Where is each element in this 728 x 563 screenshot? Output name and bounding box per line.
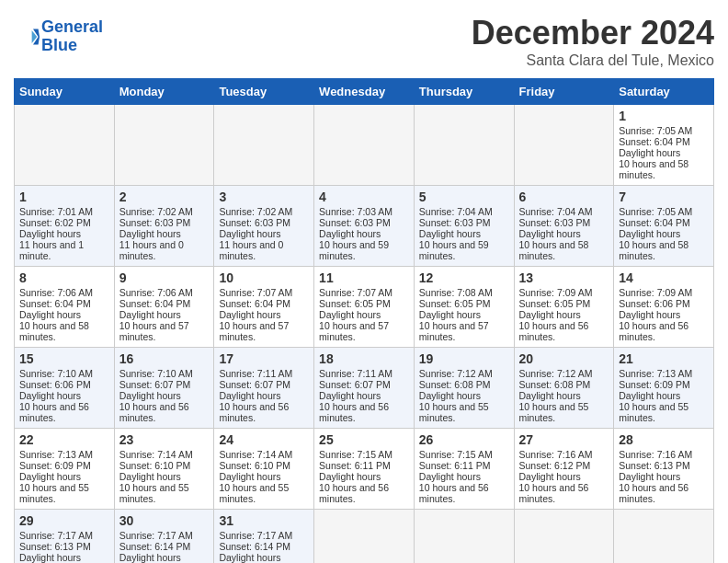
daylight-label: Daylight hours10 hours and 57 minutes. — [119, 309, 189, 342]
sunset-label: Sunset: 6:14 PM — [119, 541, 191, 552]
day-cell: 29 Sunrise: 7:17 AM Sunset: 6:13 PM Dayl… — [15, 510, 115, 564]
sunset-label: Sunset: 6:10 PM — [219, 460, 290, 471]
day-number: 15 — [19, 351, 109, 366]
day-cell: 5 Sunrise: 7:04 AM Sunset: 6:03 PM Dayli… — [414, 186, 514, 267]
daylight-label: Daylight hours10 hours and 56 minutes. — [319, 390, 389, 423]
sunrise-label: Sunrise: 7:10 AM — [19, 368, 93, 379]
day-cell: 7 Sunrise: 7:05 AM Sunset: 6:04 PM Dayli… — [614, 186, 714, 267]
sunrise-label: Sunrise: 7:17 AM — [19, 530, 93, 541]
sunrise-label: Sunrise: 7:14 AM — [219, 449, 292, 460]
daylight-label: Daylight hours10 hours and 56 minutes. — [219, 390, 289, 423]
day-number: 6 — [519, 190, 609, 204]
header-row: SundayMondayTuesdayWednesdayThursdayFrid… — [15, 79, 714, 105]
day-number: 29 — [19, 513, 109, 528]
day-cell: 30 Sunrise: 7:17 AM Sunset: 6:14 PM Dayl… — [114, 510, 214, 564]
sunset-label: Sunset: 6:04 PM — [19, 298, 91, 309]
column-header-saturday: Saturday — [614, 79, 714, 105]
daylight-label: Daylight hours10 hours and 56 minutes. — [519, 471, 589, 504]
sunrise-label: Sunrise: 7:13 AM — [19, 449, 93, 460]
day-cell: 9 Sunrise: 7:06 AM Sunset: 6:04 PM Dayli… — [114, 267, 214, 348]
daylight-label: Daylight hours10 hours and 56 minutes. — [519, 309, 589, 342]
week-row-6: 29 Sunrise: 7:17 AM Sunset: 6:13 PM Dayl… — [15, 510, 714, 564]
daylight-label: Daylight hours10 hours and 58 minutes. — [19, 309, 89, 342]
sunset-label: Sunset: 6:07 PM — [319, 379, 391, 390]
daylight-label: Daylight hours10 hours and 55 minutes. — [519, 390, 589, 423]
day-cell: 31 Sunrise: 7:17 AM Sunset: 6:14 PM Dayl… — [214, 510, 314, 564]
day-cell: 27 Sunrise: 7:16 AM Sunset: 6:12 PM Dayl… — [514, 429, 614, 510]
sunrise-label: Sunrise: 7:11 AM — [219, 368, 292, 379]
daylight-label: Daylight hours11 hours and 0 minutes. — [119, 228, 184, 261]
day-cell: 14 Sunrise: 7:09 AM Sunset: 6:06 PM Dayl… — [614, 267, 714, 348]
sunrise-label: Sunrise: 7:11 AM — [319, 368, 392, 379]
day-cell: 11 Sunrise: 7:07 AM Sunset: 6:05 PM Dayl… — [314, 267, 415, 348]
daylight-label: Daylight hours10 hours and 57 minutes. — [219, 552, 289, 563]
month-title: December 2024 — [472, 14, 714, 52]
day-cell: 8 Sunrise: 7:06 AM Sunset: 6:04 PM Dayli… — [15, 267, 115, 348]
day-cell: 12 Sunrise: 7:08 AM Sunset: 6:05 PM Dayl… — [414, 267, 514, 348]
sunset-label: Sunset: 6:06 PM — [619, 298, 690, 309]
day-number: 5 — [419, 190, 509, 204]
day-number: 11 — [319, 270, 409, 285]
day-cell: 20 Sunrise: 7:12 AM Sunset: 6:08 PM Dayl… — [514, 348, 614, 429]
logo-text: General Blue — [41, 18, 103, 55]
sunset-label: Sunset: 6:04 PM — [119, 298, 191, 309]
sunrise-label: Sunrise: 7:12 AM — [419, 368, 493, 379]
sunset-label: Sunset: 6:03 PM — [419, 217, 491, 228]
sunset-label: Sunset: 6:05 PM — [519, 298, 591, 309]
week-row-5: 22 Sunrise: 7:13 AM Sunset: 6:09 PM Dayl… — [15, 429, 714, 510]
sunrise-label: Sunrise: 7:04 AM — [419, 206, 493, 217]
sunrise-label: Sunrise: 7:17 AM — [119, 530, 193, 541]
day-cell — [114, 105, 214, 186]
sunset-label: Sunset: 6:04 PM — [219, 298, 290, 309]
sunrise-label: Sunrise: 7:09 AM — [619, 287, 692, 298]
day-number: 26 — [419, 432, 509, 447]
day-number: 1 — [19, 190, 109, 204]
day-number: 2 — [119, 190, 210, 204]
sunrise-label: Sunrise: 7:07 AM — [319, 287, 392, 298]
daylight-label: Daylight hours10 hours and 55 minutes. — [19, 471, 89, 504]
daylight-label: Daylight hours11 hours and 1 minute. — [19, 228, 84, 261]
sunset-label: Sunset: 6:08 PM — [419, 379, 491, 390]
day-number: 24 — [219, 432, 309, 447]
title-block: December 2024 Santa Clara del Tule, Mexi… — [472, 14, 714, 69]
day-cell — [514, 510, 614, 564]
day-cell: 6 Sunrise: 7:04 AM Sunset: 6:03 PM Dayli… — [514, 186, 614, 267]
day-number: 28 — [619, 432, 709, 447]
sunset-label: Sunset: 6:03 PM — [119, 217, 191, 228]
day-number: 18 — [319, 351, 409, 366]
daylight-label: Daylight hours10 hours and 56 minutes. — [419, 471, 489, 504]
sunset-label: Sunset: 6:07 PM — [219, 379, 290, 390]
column-header-thursday: Thursday — [414, 79, 514, 105]
day-number: 25 — [319, 432, 409, 447]
sunrise-label: Sunrise: 7:16 AM — [619, 449, 692, 460]
sunset-label: Sunset: 6:11 PM — [419, 460, 491, 471]
day-cell — [15, 105, 115, 186]
day-number: 31 — [219, 513, 309, 528]
day-number: 4 — [319, 190, 409, 204]
sunset-label: Sunset: 6:05 PM — [319, 298, 391, 309]
day-number: 14 — [619, 270, 709, 285]
daylight-label: Daylight hours10 hours and 59 minutes. — [419, 228, 489, 261]
daylight-label: Daylight hours10 hours and 55 minutes. — [219, 471, 289, 504]
page-header: General Blue December 2024 Santa Clara d… — [14, 14, 714, 69]
sunrise-label: Sunrise: 7:02 AM — [219, 206, 292, 217]
sunrise-label: Sunrise: 7:15 AM — [419, 449, 493, 460]
sunrise-label: Sunrise: 7:06 AM — [119, 287, 193, 298]
daylight-label: Daylight hours10 hours and 56 minutes. — [19, 552, 89, 563]
week-row-3: 8 Sunrise: 7:06 AM Sunset: 6:04 PM Dayli… — [15, 267, 714, 348]
sunset-label: Sunset: 6:03 PM — [219, 217, 290, 228]
sunset-label: Sunset: 6:02 PM — [19, 217, 91, 228]
logo: General Blue — [14, 18, 103, 55]
location-title: Santa Clara del Tule, Mexico — [472, 52, 714, 69]
sunset-label: Sunset: 6:08 PM — [519, 379, 591, 390]
sunrise-label: Sunrise: 7:17 AM — [219, 530, 292, 541]
day-cell — [314, 105, 415, 186]
sunset-label: Sunset: 6:10 PM — [119, 460, 191, 471]
sunrise-label: Sunrise: 7:15 AM — [319, 449, 392, 460]
sunset-label: Sunset: 6:05 PM — [419, 298, 491, 309]
daylight-label: Daylight hours10 hours and 56 minutes. — [319, 471, 389, 504]
day-cell: 1 Sunrise: 7:05 AM Sunset: 6:04 PM Dayli… — [614, 105, 714, 186]
sunset-label: Sunset: 6:13 PM — [19, 541, 91, 552]
column-header-wednesday: Wednesday — [314, 79, 415, 105]
day-number: 23 — [119, 432, 210, 447]
